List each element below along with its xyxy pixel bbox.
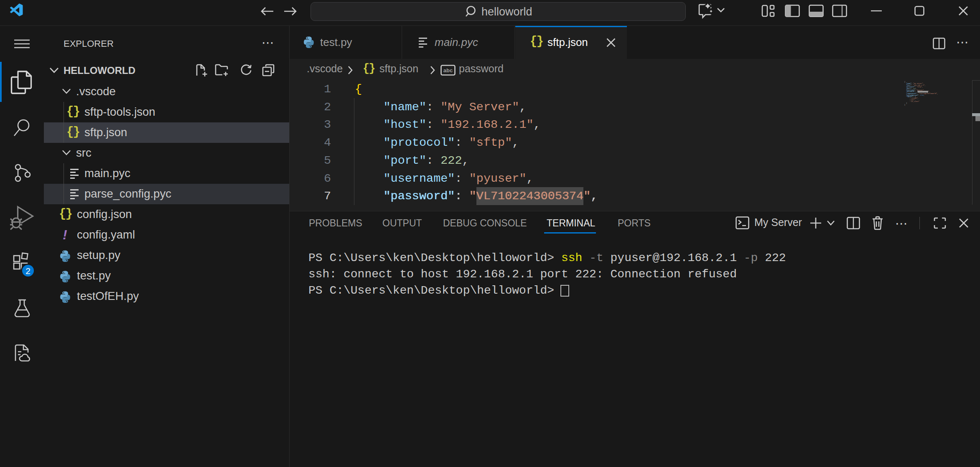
svg-text:abc: abc xyxy=(443,67,453,74)
